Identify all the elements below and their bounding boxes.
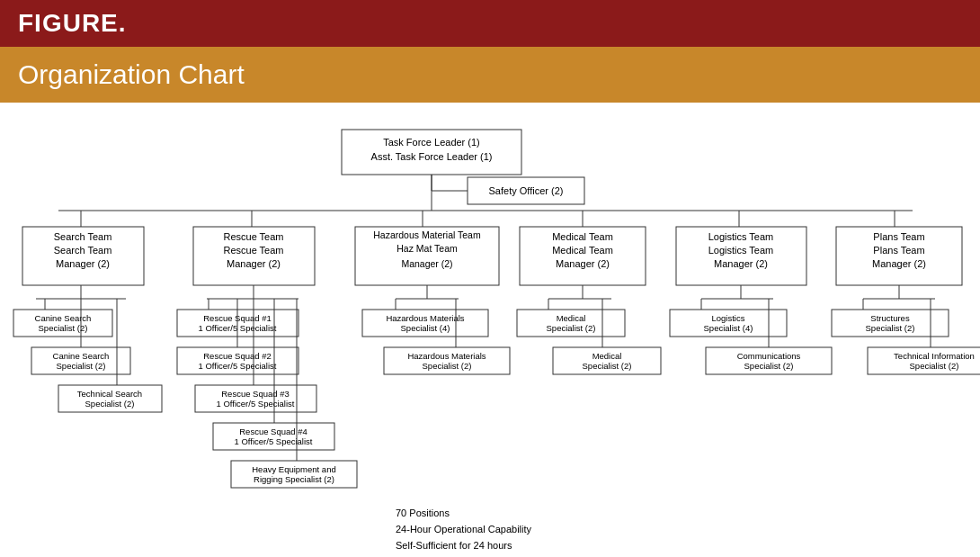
svg-text:Canine Search: Canine Search <box>35 313 92 323</box>
svg-text:Haz Mat Team: Haz Mat Team <box>396 243 458 254</box>
svg-text:Specialist (2): Specialist (2) <box>39 323 88 333</box>
svg-text:Specialist (2): Specialist (2) <box>866 323 915 333</box>
svg-text:Specialist (2): Specialist (2) <box>85 399 135 409</box>
svg-text:Medical: Medical <box>557 313 586 323</box>
svg-text:Rigging Specialist (2): Rigging Specialist (2) <box>254 474 334 484</box>
svg-text:Hazardous Materials: Hazardous Materials <box>407 351 486 361</box>
header-red: FIGURE. <box>0 0 980 47</box>
svg-text:24-Hour Operational Capability: 24-Hour Operational Capability <box>396 524 532 535</box>
svg-text:Logistics Team: Logistics Team <box>708 231 774 242</box>
svg-text:Communications: Communications <box>737 351 801 361</box>
svg-text:Manager (2): Manager (2) <box>556 258 610 269</box>
chart-title: Organization Chart <box>18 59 962 90</box>
svg-text:Self-Sufficient for 24 hours: Self-Sufficient for 24 hours <box>396 540 512 551</box>
svg-text:Structures: Structures <box>870 313 910 323</box>
chart-area: Task Force Leader (1) Asst. Task Force L… <box>0 103 980 557</box>
svg-text:Rescue Team: Rescue Team <box>223 231 283 242</box>
svg-text:Search Team: Search Team <box>54 245 112 256</box>
svg-text:Technical Information: Technical Information <box>894 351 975 361</box>
svg-text:Logistics: Logistics <box>712 313 745 323</box>
svg-text:Specialist (4): Specialist (4) <box>401 323 450 333</box>
svg-text:Hazardous Material Team: Hazardous Material Team <box>373 229 481 240</box>
svg-text:Rescue Squad #3: Rescue Squad #3 <box>221 389 290 399</box>
svg-text:1 Officer/5 Specialist: 1 Officer/5 Specialist <box>199 361 277 371</box>
svg-text:Specialist (2): Specialist (2) <box>547 323 596 333</box>
svg-text:Medical Team: Medical Team <box>552 245 613 256</box>
svg-text:Manager (2): Manager (2) <box>714 258 768 269</box>
svg-text:Manager (2): Manager (2) <box>56 258 110 269</box>
svg-text:Specialist (4): Specialist (4) <box>704 323 753 333</box>
svg-text:Logistics Team: Logistics Team <box>708 245 774 256</box>
svg-text:Specialist (2): Specialist (2) <box>57 361 106 371</box>
svg-text:Canine Search: Canine Search <box>53 351 110 361</box>
svg-text:Search Team: Search Team <box>54 231 112 242</box>
svg-text:Medical Team: Medical Team <box>552 231 613 242</box>
svg-text:Heavy Equipment and: Heavy Equipment and <box>252 464 335 474</box>
svg-text:Manager (2): Manager (2) <box>872 258 926 269</box>
svg-text:Plans Team: Plans Team <box>873 245 924 256</box>
figure-label: FIGURE. <box>18 9 962 38</box>
header-gold: Organization Chart <box>0 47 980 103</box>
svg-text:Manager (2): Manager (2) <box>227 258 281 269</box>
svg-text:Medical: Medical <box>592 351 622 361</box>
svg-text:Technical Search: Technical Search <box>77 389 142 399</box>
svg-text:Specialist (2): Specialist (2) <box>423 361 472 371</box>
svg-text:Safety Officer (2): Safety Officer (2) <box>489 185 564 196</box>
svg-text:Hazardous Materials: Hazardous Materials <box>386 313 464 323</box>
svg-text:1 Officer/5 Specialist: 1 Officer/5 Specialist <box>235 436 313 446</box>
svg-text:1 Officer/5 Specialist: 1 Officer/5 Specialist <box>217 399 295 409</box>
svg-text:Plans Team: Plans Team <box>873 231 924 242</box>
svg-text:Rescue Team: Rescue Team <box>223 245 283 256</box>
svg-text:Asst. Task Force Leader (1): Asst. Task Force Leader (1) <box>371 151 493 162</box>
org-chart-svg: Task Force Leader (1) Asst. Task Force L… <box>9 121 980 557</box>
svg-text:Specialist (2): Specialist (2) <box>910 361 959 371</box>
svg-text:Rescue Squad #2: Rescue Squad #2 <box>203 351 272 361</box>
svg-text:Task Force Leader (1): Task Force Leader (1) <box>383 137 480 148</box>
svg-text:Manager (2): Manager (2) <box>401 258 452 269</box>
svg-text:Specialist (2): Specialist (2) <box>583 361 632 371</box>
svg-text:70 Positions: 70 Positions <box>396 508 450 518</box>
svg-text:Specialist (2): Specialist (2) <box>744 361 794 371</box>
